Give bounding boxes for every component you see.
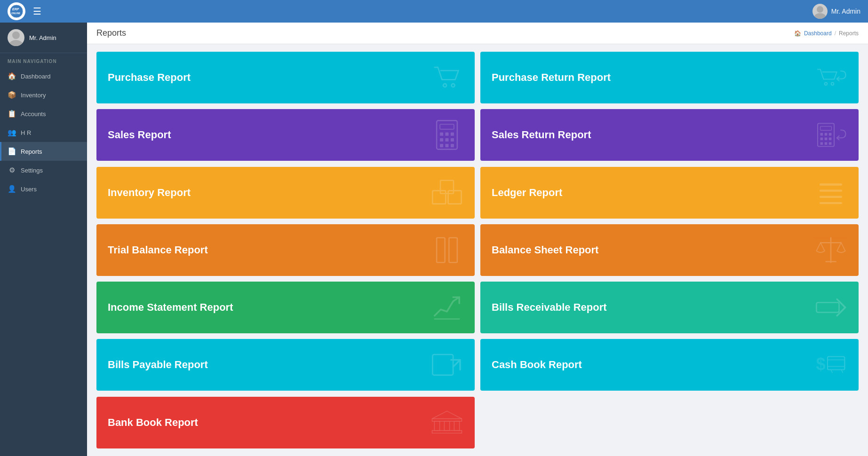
svg-point-4: [814, 13, 826, 19]
sidebar-item-hr[interactable]: 👥 H R: [0, 123, 87, 142]
sidebar-label-hr: H R: [21, 129, 31, 136]
svg-text:$: $: [816, 354, 826, 374]
hamburger-icon[interactable]: ☰: [33, 6, 41, 17]
svg-text:ONLINE: ONLINE: [11, 12, 21, 15]
svg-rect-13: [446, 138, 449, 142]
card-title-bills-payable-report: Bills Payable Report: [108, 359, 208, 371]
svg-rect-17: [451, 144, 454, 148]
sidebar-label-users: Users: [21, 186, 37, 193]
svg-rect-20: [820, 133, 823, 136]
dashboard-icon: 🏠: [8, 72, 16, 80]
svg-rect-31: [440, 180, 454, 193]
sidebar-label-inventory: Inventory: [21, 92, 46, 99]
card-title-trial-balance-report: Trial Balance Report: [108, 244, 208, 256]
svg-rect-9: [440, 133, 443, 136]
sidebar-user-name: Mr. Admin: [29, 34, 56, 41]
card-cash-book-report[interactable]: Cash Book Report $: [480, 339, 859, 391]
sidebar-label-dashboard: Dashboard: [21, 73, 51, 80]
boxes-icon: [430, 176, 463, 209]
ledger-icon: [814, 176, 847, 209]
card-title-sales-report: Sales Report: [108, 129, 171, 141]
calculator-icon: [430, 118, 463, 151]
svg-rect-37: [449, 238, 457, 263]
card-bills-payable-report[interactable]: Bills Payable Report: [96, 339, 475, 391]
card-title-balance-sheet-report: Balance Sheet Report: [492, 244, 598, 256]
svg-rect-19: [820, 126, 832, 130]
svg-rect-49: [432, 418, 462, 421]
sidebar-item-reports[interactable]: 📄 Reports: [0, 142, 87, 161]
breadcrumb-current: Reports: [839, 30, 859, 37]
svg-rect-51: [444, 421, 449, 431]
card-sales-return-report[interactable]: Sales Return Report: [480, 109, 859, 161]
svg-rect-23: [820, 138, 823, 141]
cart-return-icon: [814, 61, 847, 94]
card-inventory-report[interactable]: Inventory Report: [96, 167, 475, 219]
sidebar-item-inventory[interactable]: 📦 Inventory: [0, 86, 87, 104]
svg-rect-11: [451, 133, 454, 136]
svg-rect-28: [829, 142, 832, 145]
users-icon: 👤: [8, 185, 16, 193]
sidebar-item-settings[interactable]: ⚙ Settings: [0, 161, 87, 180]
card-title-bank-book-report: Bank Book Report: [108, 417, 198, 429]
card-ledger-report[interactable]: Ledger Report: [480, 167, 859, 219]
svg-rect-8: [440, 125, 454, 130]
card-income-statement-report[interactable]: Income Statement Report: [96, 282, 475, 333]
svg-rect-26: [820, 142, 823, 145]
card-title-inventory-report: Inventory Report: [108, 187, 191, 199]
card-trial-balance-report[interactable]: Trial Balance Report: [96, 224, 475, 276]
svg-point-0: [10, 5, 23, 18]
card-title-purchase-return-report: Purchase Return Report: [492, 71, 611, 84]
svg-rect-12: [440, 138, 443, 142]
page-title: Reports: [96, 28, 126, 38]
main-layout: Mr. Admin MAIN NAVIGATION 🏠 Dashboard 📦 …: [0, 23, 868, 456]
svg-point-5: [12, 31, 20, 39]
reports-icon: 📄: [8, 147, 16, 156]
header-left: ERP ONLINE ☰: [8, 2, 41, 20]
card-title-purchase-report: Purchase Report: [108, 71, 191, 84]
card-title-sales-return-report: Sales Return Report: [492, 129, 591, 141]
sidebar-label-reports: Reports: [21, 148, 42, 155]
content-header: Reports 🏠 Dashboard / Reports: [87, 23, 868, 44]
card-balance-sheet-report[interactable]: Balance Sheet Report: [480, 224, 859, 276]
svg-rect-27: [825, 142, 828, 145]
card-bills-receivable-report[interactable]: Bills Receivable Report: [480, 282, 859, 333]
sidebar-item-users[interactable]: 👤 Users: [0, 180, 87, 198]
svg-rect-14: [451, 138, 454, 142]
calc-return-icon: [814, 118, 847, 151]
svg-rect-36: [437, 238, 445, 263]
inventory-icon: 📦: [8, 91, 16, 99]
card-bank-book-report[interactable]: Bank Book Report: [96, 397, 475, 448]
svg-rect-53: [432, 431, 462, 433]
sidebar-label-settings: Settings: [21, 167, 43, 174]
card-sales-report[interactable]: Sales Report: [96, 109, 475, 161]
svg-rect-43: [432, 355, 453, 376]
arrow-right-icon: [814, 291, 847, 324]
sidebar-section-label: MAIN NAVIGATION: [0, 53, 87, 67]
sidebar-item-accounts[interactable]: 📋 Accounts: [0, 104, 87, 123]
sidebar-item-dashboard[interactable]: 🏠 Dashboard: [0, 67, 87, 86]
svg-rect-50: [434, 421, 439, 431]
trending-icon: [430, 291, 463, 324]
bank-icon: [430, 406, 463, 439]
sidebar-avatar: [8, 29, 24, 46]
card-purchase-report[interactable]: Purchase Report: [96, 52, 475, 103]
svg-rect-42: [816, 303, 839, 313]
svg-rect-45: [828, 357, 844, 370]
logo-area: ERP ONLINE: [8, 2, 25, 20]
columns-icon: [430, 234, 463, 267]
card-title-bills-receivable-report: Bills Receivable Report: [492, 301, 607, 314]
card-title-ledger-report: Ledger Report: [492, 187, 562, 199]
svg-rect-24: [825, 138, 828, 141]
breadcrumb: 🏠 Dashboard / Reports: [794, 30, 859, 37]
svg-rect-21: [825, 133, 828, 136]
svg-rect-30: [448, 190, 462, 204]
svg-rect-10: [446, 133, 449, 136]
svg-rect-16: [446, 144, 449, 148]
card-purchase-return-report[interactable]: Purchase Return Report: [480, 52, 859, 103]
arrow-out-icon: [430, 348, 463, 381]
svg-text:ERP: ERP: [12, 8, 19, 11]
card-title-income-statement-report: Income Statement Report: [108, 301, 233, 314]
svg-point-6: [9, 40, 23, 46]
svg-rect-29: [432, 190, 446, 204]
breadcrumb-home[interactable]: Dashboard: [804, 30, 832, 37]
